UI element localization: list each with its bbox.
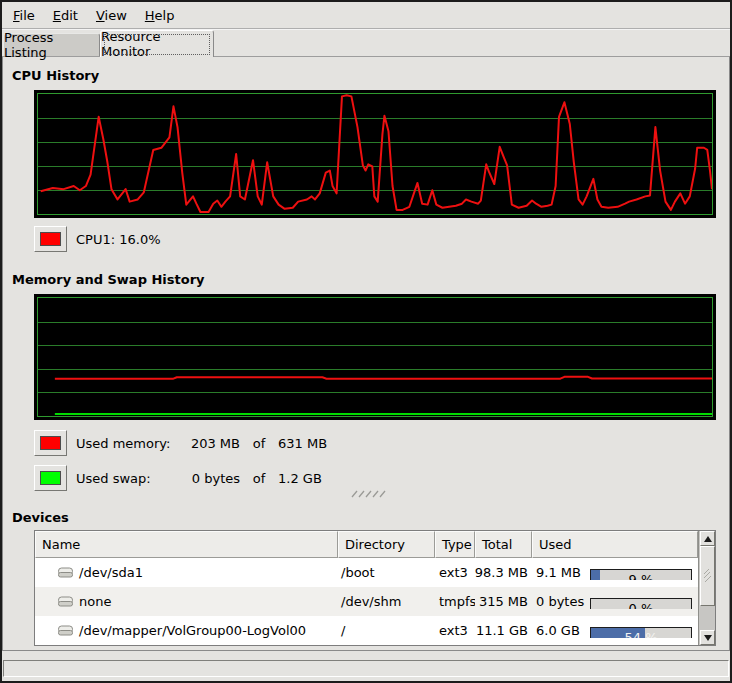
column-header-total[interactable]: Total (475, 531, 532, 558)
table-row[interactable]: /dev/sda1 /boot ext3 98.3 MB 9.1 MB 9 % (35, 558, 698, 587)
memory-history-title: Memory and Swap History (12, 272, 205, 287)
cpu1-color-swatch (40, 232, 61, 246)
usage-percent-label: 9 % (591, 570, 691, 580)
cpu-history-graph (34, 90, 716, 218)
total-memory-value: 631 MB (278, 436, 327, 451)
device-type: tmpfs (435, 594, 475, 609)
device-used: 6.0 GB (536, 623, 580, 638)
memory-swap-lines (38, 298, 712, 416)
column-header-used[interactable]: Used (532, 531, 698, 558)
table-row[interactable]: /dev/mapper/VolGroup00-LogVol00 / ext3 1… (35, 616, 698, 645)
used-memory-value: 203 MB (176, 436, 240, 451)
column-header-directory[interactable]: Directory (338, 531, 435, 558)
devices-title: Devices (12, 510, 69, 525)
device-type: ext3 (435, 623, 475, 638)
scrollbar-thumb[interactable] (700, 546, 715, 606)
swap-color-button[interactable] (34, 465, 67, 491)
total-swap-value: 1.2 GB (278, 471, 322, 486)
memory-swap-graph (34, 294, 716, 420)
device-name: none (79, 594, 111, 609)
menubar: File Edit View Help (2, 2, 730, 28)
cpu-legend: CPU1: 16.0% (34, 226, 161, 252)
harddisk-icon (57, 624, 74, 637)
usage-percent-label: 0 % (591, 599, 691, 609)
tab-label: Process Listing (4, 30, 99, 60)
column-header-type[interactable]: Type (435, 531, 475, 558)
menu-view[interactable]: View (87, 5, 136, 26)
used-memory-legend: Used memory: 203 MB of 631 MB (34, 430, 327, 456)
device-total: 98.3 MB (475, 565, 532, 580)
pane-resize-grip[interactable] (350, 489, 386, 499)
device-name: /dev/sda1 (79, 565, 143, 580)
devices-table-header: Name Directory Type Total Used (35, 531, 698, 558)
device-directory: /dev/shm (338, 594, 435, 609)
used-swap-value: 0 bytes (176, 471, 240, 486)
device-total: 11.1 GB (475, 623, 532, 638)
device-name: /dev/mapper/VolGroup00-LogVol00 (79, 623, 306, 638)
memory-plot-area (37, 297, 713, 417)
used-swap-legend: Used swap: 0 bytes of 1.2 GB (34, 465, 322, 491)
arrow-up-icon (704, 536, 712, 542)
menu-edit[interactable]: Edit (44, 5, 87, 26)
memory-color-button[interactable] (34, 430, 67, 456)
memory-color-swatch (40, 436, 61, 450)
cpu-usage-line (38, 94, 712, 214)
device-used: 0 bytes (536, 594, 584, 609)
tab-process-listing[interactable]: Process Listing (3, 33, 100, 56)
column-header-name[interactable]: Name (35, 531, 338, 558)
vertical-scrollbar[interactable] (698, 531, 715, 645)
cpu1-color-button[interactable] (34, 226, 67, 252)
device-total: 315 MB (475, 594, 532, 609)
device-directory: /boot (338, 565, 435, 580)
device-used: 9.1 MB (536, 565, 581, 580)
cpu-history-title: CPU History (12, 68, 99, 83)
scroll-down-button[interactable] (700, 630, 715, 645)
used-memory-label: Used memory: (76, 436, 176, 451)
tab-resource-monitor[interactable]: Resource Monitor (100, 30, 214, 57)
menu-file[interactable]: File (4, 5, 44, 26)
statusbar (3, 660, 729, 677)
usage-progressbar: 54 % (590, 627, 692, 638)
device-directory: / (338, 623, 435, 638)
of-label: of (240, 436, 278, 451)
menu-help[interactable]: Help (136, 5, 184, 26)
used-swap-label: Used swap: (76, 471, 176, 486)
system-monitor-window: File Edit View Help Process Listing Reso… (0, 0, 732, 683)
harddisk-icon (57, 566, 74, 579)
usage-progressbar: 0 % (590, 598, 692, 609)
scroll-up-button[interactable] (700, 531, 715, 546)
harddisk-icon (57, 595, 74, 608)
scrollbar-grip-icon (702, 568, 713, 584)
devices-table: Name Directory Type Total Used /dev/sda1… (34, 530, 716, 646)
arrow-down-icon (704, 635, 712, 641)
cpu1-usage-label: CPU1: 16.0% (76, 232, 161, 247)
usage-percent-label: 54 % (591, 628, 691, 638)
table-row[interactable]: none /dev/shm tmpfs 315 MB 0 bytes 0 % (35, 587, 698, 616)
swap-color-swatch (40, 471, 61, 485)
cpu-plot-area (37, 93, 713, 215)
of-label: of (240, 471, 278, 486)
focus-indicator (104, 34, 210, 55)
device-type: ext3 (435, 565, 475, 580)
usage-progressbar: 9 % (590, 569, 692, 580)
